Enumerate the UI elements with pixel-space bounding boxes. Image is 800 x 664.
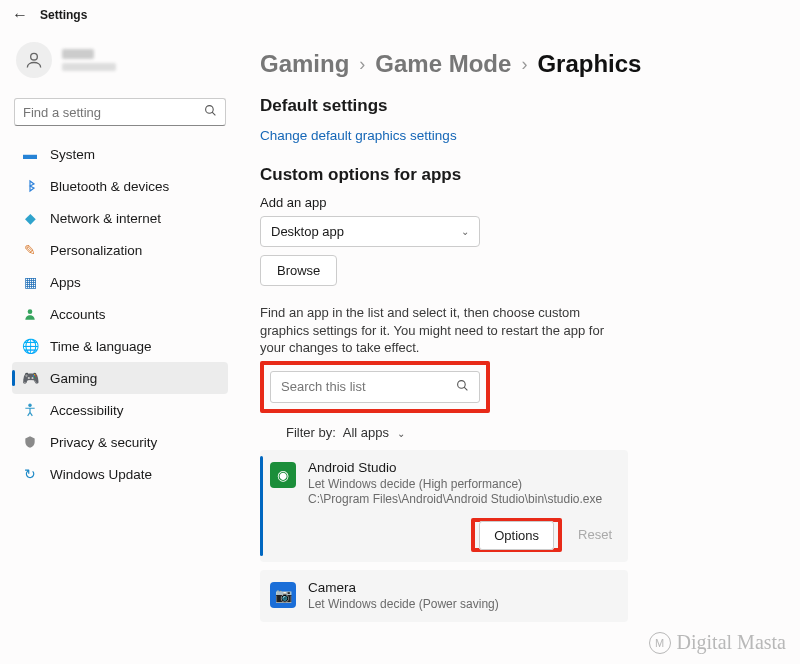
- nav-label: Accounts: [50, 307, 106, 322]
- search-placeholder: Search this list: [281, 379, 456, 394]
- search-list-input[interactable]: Search this list: [270, 371, 480, 403]
- sidebar: ▬ System Bluetooth & devices ◆ Network &…: [0, 30, 240, 662]
- breadcrumb-current: Graphics: [537, 50, 641, 78]
- watermark: M Digital Masta: [649, 631, 786, 654]
- back-arrow-icon[interactable]: ←: [12, 6, 28, 24]
- change-default-link[interactable]: Change default graphics settings: [260, 128, 457, 143]
- nav-label: Accessibility: [50, 403, 124, 418]
- main-content: Gaming › Game Mode › Graphics Default se…: [240, 30, 800, 662]
- sidebar-item-accessibility[interactable]: Accessibility: [12, 394, 228, 426]
- svg-point-4: [29, 404, 31, 406]
- app-name: Camera: [308, 580, 616, 595]
- app-card-camera[interactable]: 📷 Camera Let Windows decide (Power savin…: [260, 570, 628, 623]
- sidebar-item-privacy[interactable]: Privacy & security: [12, 426, 228, 458]
- window-title: Settings: [40, 8, 87, 22]
- breadcrumb-gaming[interactable]: Gaming: [260, 50, 349, 78]
- breadcrumb-gamemode[interactable]: Game Mode: [375, 50, 511, 78]
- search-highlight: Search this list: [260, 361, 490, 413]
- app-perf-mode: Let Windows decide (High performance): [308, 477, 616, 493]
- nav-label: Windows Update: [50, 467, 152, 482]
- shield-icon: [22, 434, 38, 450]
- app-name: Android Studio: [308, 460, 616, 475]
- accessibility-icon: [22, 402, 38, 418]
- window-header: ← Settings: [0, 0, 800, 30]
- brush-icon: ✎: [22, 242, 38, 258]
- chevron-right-icon: ›: [359, 54, 365, 75]
- sidebar-item-time[interactable]: 🌐 Time & language: [12, 330, 228, 362]
- watermark-text: Digital Masta: [677, 631, 786, 654]
- add-app-label: Add an app: [260, 195, 790, 210]
- sidebar-item-apps[interactable]: ▦ Apps: [12, 266, 228, 298]
- default-settings-heading: Default settings: [260, 96, 790, 116]
- search-icon: [456, 379, 469, 395]
- nav-label: Personalization: [50, 243, 142, 258]
- reset-button[interactable]: Reset: [574, 521, 616, 548]
- svg-point-1: [206, 106, 214, 114]
- app-path: C:\Program Files\Android\Android Studio\…: [308, 492, 616, 508]
- bluetooth-icon: [22, 178, 38, 194]
- system-icon: ▬: [22, 146, 38, 162]
- user-account-row[interactable]: [12, 38, 228, 94]
- search-input[interactable]: [23, 105, 204, 120]
- find-setting-search[interactable]: [14, 98, 226, 126]
- user-subtitle: [62, 63, 116, 71]
- user-name: [62, 49, 94, 59]
- filter-row[interactable]: Filter by: All apps ⌄: [286, 425, 790, 440]
- sidebar-item-accounts[interactable]: Accounts: [12, 298, 228, 330]
- gamepad-icon: 🎮: [22, 370, 38, 386]
- watermark-logo-icon: M: [649, 632, 671, 654]
- nav-label: Network & internet: [50, 211, 161, 226]
- custom-options-heading: Custom options for apps: [260, 165, 790, 185]
- camera-icon: 📷: [270, 582, 296, 608]
- update-icon: ↻: [22, 466, 38, 482]
- app-perf-mode: Let Windows decide (Power saving): [308, 597, 616, 613]
- options-button[interactable]: Options: [479, 521, 554, 550]
- select-value: Desktop app: [271, 224, 344, 239]
- nav-label: Time & language: [50, 339, 152, 354]
- nav-list: ▬ System Bluetooth & devices ◆ Network &…: [12, 138, 228, 490]
- options-highlight: Options: [471, 518, 562, 552]
- android-studio-icon: ◉: [270, 462, 296, 488]
- svg-line-2: [212, 112, 215, 115]
- app-card-android-studio[interactable]: ◉ Android Studio Let Windows decide (Hig…: [260, 450, 628, 562]
- sidebar-item-system[interactable]: ▬ System: [12, 138, 228, 170]
- sidebar-item-personalization[interactable]: ✎ Personalization: [12, 234, 228, 266]
- sidebar-item-update[interactable]: ↻ Windows Update: [12, 458, 228, 490]
- svg-point-0: [31, 53, 38, 60]
- search-icon: [204, 104, 217, 120]
- sidebar-item-bluetooth[interactable]: Bluetooth & devices: [12, 170, 228, 202]
- nav-label: System: [50, 147, 95, 162]
- help-text: Find an app in the list and select it, t…: [260, 304, 630, 357]
- person-icon: [22, 306, 38, 322]
- filter-value: All apps: [343, 425, 389, 440]
- wifi-icon: ◆: [22, 210, 38, 226]
- svg-point-5: [458, 380, 466, 388]
- svg-line-6: [464, 387, 467, 390]
- sidebar-item-network[interactable]: ◆ Network & internet: [12, 202, 228, 234]
- sidebar-item-gaming[interactable]: 🎮 Gaming: [12, 362, 228, 394]
- nav-label: Gaming: [50, 371, 97, 386]
- nav-label: Apps: [50, 275, 81, 290]
- nav-label: Privacy & security: [50, 435, 157, 450]
- chevron-down-icon: ⌄: [397, 428, 405, 439]
- svg-point-3: [28, 309, 33, 314]
- apps-icon: ▦: [22, 274, 38, 290]
- avatar-icon: [16, 42, 52, 78]
- browse-button[interactable]: Browse: [260, 255, 337, 286]
- filter-label: Filter by:: [286, 425, 336, 440]
- nav-label: Bluetooth & devices: [50, 179, 169, 194]
- chevron-right-icon: ›: [521, 54, 527, 75]
- globe-icon: 🌐: [22, 338, 38, 354]
- breadcrumb: Gaming › Game Mode › Graphics: [260, 50, 790, 78]
- chevron-down-icon: ⌄: [461, 226, 469, 237]
- app-type-select[interactable]: Desktop app ⌄: [260, 216, 480, 247]
